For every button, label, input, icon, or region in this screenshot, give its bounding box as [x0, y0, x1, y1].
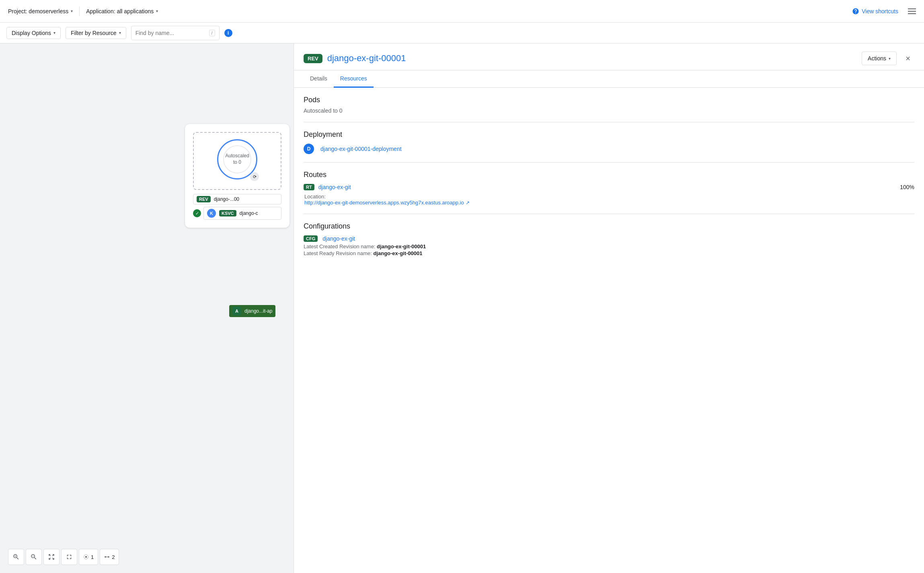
filter-by-resource-button[interactable]: Filter by Resource ▾	[66, 27, 126, 39]
actions-button[interactable]: Actions ▾	[862, 52, 897, 65]
actions-chevron-icon: ▾	[889, 56, 891, 61]
ksvc-chip-row[interactable]: K KSVC django-c	[203, 207, 281, 220]
cfg-latest-ready: Latest Ready Revision name: django-ex-gi…	[304, 250, 914, 256]
panel-tabs: Details Resources	[294, 70, 924, 88]
cfg-latest-created-label: Latest Created Revision name:	[304, 243, 375, 249]
main-area: Autoscaled to 0 ⟳ REV django-...00 ✓ K K…	[0, 43, 924, 573]
zoom-out-icon	[30, 553, 37, 561]
ksvc-text: django-c	[240, 210, 258, 216]
canvas-area[interactable]: Autoscaled to 0 ⟳ REV django-...00 ✓ K K…	[0, 43, 294, 573]
deployment-row: D django-ex-git-00001-deployment	[304, 144, 914, 154]
help-icon	[852, 8, 859, 15]
cfg-latest-created-value: django-ex-git-00001	[377, 243, 426, 249]
deployment-link[interactable]: django-ex-git-00001-deployment	[320, 146, 402, 152]
cfg-latest-created: Latest Created Revision name: django-ex-…	[304, 243, 914, 249]
pods-subtitle: Autoscaled to 0	[304, 107, 914, 114]
application-label: Application: all applications	[86, 8, 154, 14]
cfg-content: CFG django-ex-git Latest Created Revisio…	[304, 235, 914, 256]
search-container: /	[131, 26, 220, 40]
display-options-button[interactable]: Display Options ▾	[6, 27, 61, 39]
panel-content[interactable]: Pods Autoscaled to 0 Deployment D django…	[294, 88, 924, 573]
deployment-d-badge: D	[304, 144, 314, 154]
filter-chevron-icon: ▾	[119, 31, 121, 35]
info-icon[interactable]: i	[224, 29, 232, 37]
routes-section: Routes RT django-ex-git 100% Location: h…	[304, 171, 914, 206]
panel-rev-badge: REV	[304, 54, 322, 63]
k-badge: K	[207, 209, 216, 218]
cfg-latest-ready-value: django-ex-git-00001	[373, 250, 422, 256]
zoom-out-button[interactable]	[26, 549, 42, 565]
configurations-title: Configurations	[304, 222, 914, 231]
filter-by-resource-label: Filter by Resource	[71, 30, 117, 36]
cfg-link[interactable]: django-ex-git	[322, 235, 355, 242]
panel-title: django-ex-git-00001	[327, 53, 857, 64]
tab-resources[interactable]: Resources	[334, 70, 374, 88]
circle-diagram: Autoscaled to 0 ⟳	[217, 139, 257, 179]
deployment-title: Deployment	[304, 130, 914, 139]
routes-list: RT django-ex-git 100% Location: http://d…	[304, 184, 914, 206]
node1-label: 1	[91, 554, 94, 560]
dashed-box: Autoscaled to 0 ⟳	[193, 132, 281, 190]
location-label: Location:	[304, 194, 914, 200]
check-circle-icon: ✓	[193, 209, 201, 217]
circle-icon: ⟳	[250, 172, 259, 181]
external-link-icon: ↗	[466, 200, 470, 206]
view-shortcuts-label: View shortcuts	[862, 8, 898, 14]
route-row: RT django-ex-git 100%	[304, 184, 914, 190]
cfg-resource-row: CFG django-ex-git	[304, 235, 914, 242]
route-location: Location: http://django-ex-git-demoserve…	[304, 194, 914, 206]
rev-chip-row[interactable]: REV django-...00	[193, 194, 281, 204]
location-url[interactable]: http://django-ex-git-demoserverless.apps…	[304, 200, 914, 206]
pods-title: Pods	[304, 96, 914, 104]
route-link[interactable]: django-ex-git	[318, 184, 351, 190]
deployment-resource-row: D django-ex-git-00001-deployment	[304, 144, 914, 154]
a-badge: A	[232, 307, 241, 315]
side-panel: REV django-ex-git-00001 Actions ▾ × Deta…	[294, 43, 924, 573]
search-input[interactable]	[136, 30, 209, 36]
routes-divider	[304, 214, 914, 214]
location-url-link[interactable]: http://django-ex-git-demoserverless.apps…	[304, 200, 464, 206]
cfg-latest-ready-label: Latest Ready Revision name:	[304, 250, 372, 256]
fit-icon	[48, 553, 55, 561]
fit-view-button[interactable]	[43, 549, 60, 565]
zoom-in-button[interactable]	[8, 549, 24, 565]
rt-badge: RT	[304, 184, 314, 190]
a-text: django...it-ap	[244, 308, 272, 314]
circle-text: Autoscaled to 0	[225, 153, 249, 165]
tab-details[interactable]: Details	[304, 70, 334, 88]
bottom-toolbar: 1 2	[8, 549, 119, 565]
node2-button[interactable]: 2	[100, 549, 119, 565]
node1-button[interactable]: 1	[79, 549, 98, 565]
menu-icon[interactable]	[908, 8, 916, 14]
route-percentage: 100%	[900, 184, 914, 190]
route-left: RT django-ex-git	[304, 184, 897, 190]
ksvc-badge: KSVC	[219, 210, 236, 216]
graph-card: Autoscaled to 0 ⟳ REV django-...00 ✓ K K…	[185, 124, 290, 228]
configurations-section: Configurations CFG django-ex-git Latest …	[304, 222, 914, 256]
application-chevron-icon: ▾	[156, 9, 158, 13]
node2-label: 2	[112, 554, 115, 560]
deployment-divider	[304, 162, 914, 163]
project-selector[interactable]: Project: demoserverless ▾	[8, 8, 73, 14]
view-shortcuts-link[interactable]: View shortcuts	[852, 8, 898, 15]
a-chip-row[interactable]: A django...it-ap	[229, 305, 275, 317]
expand-button[interactable]	[61, 549, 77, 565]
a-chip-container: A django...it-ap	[229, 305, 275, 319]
ksvc-row: ✓ K KSVC django-c	[193, 207, 281, 220]
node-icon	[83, 554, 89, 560]
pods-divider	[304, 122, 914, 122]
zoom-in-icon	[12, 553, 20, 561]
node2-icon	[104, 554, 110, 560]
project-label: Project: demoserverless	[8, 8, 68, 14]
rev-chip-text: django-...00	[214, 196, 239, 202]
project-chevron-icon: ▾	[71, 9, 73, 13]
cfg-badge: CFG	[304, 235, 318, 242]
close-button[interactable]: ×	[901, 52, 914, 65]
routes-title: Routes	[304, 171, 914, 179]
expand-icon	[66, 553, 73, 561]
actions-label: Actions	[868, 55, 886, 62]
nav-divider	[79, 6, 80, 16]
application-selector[interactable]: Application: all applications ▾	[86, 8, 158, 14]
pods-section: Pods Autoscaled to 0	[304, 96, 914, 114]
panel-header: REV django-ex-git-00001 Actions ▾ ×	[294, 43, 924, 70]
